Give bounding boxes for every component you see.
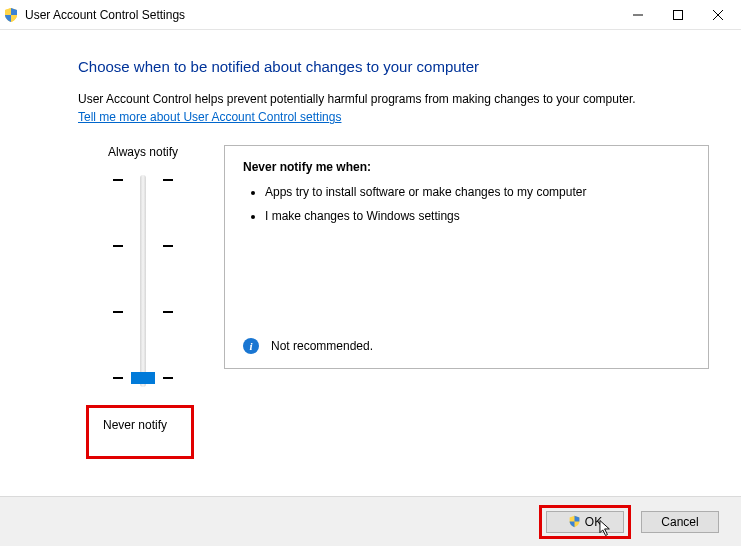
page-heading: Choose when to be notified about changes… bbox=[78, 58, 709, 75]
minimize-button[interactable] bbox=[618, 1, 658, 29]
detail-panel: Never notify me when: Apps try to instal… bbox=[224, 145, 709, 369]
shield-icon bbox=[3, 7, 19, 23]
panel-item: Apps try to install software or make cha… bbox=[265, 184, 690, 200]
shield-icon bbox=[568, 515, 581, 528]
learn-more-link[interactable]: Tell me more about User Account Control … bbox=[78, 110, 341, 124]
page-description: User Account Control helps prevent poten… bbox=[78, 91, 709, 107]
panel-title: Never notify me when: bbox=[243, 160, 690, 174]
slider-thumb[interactable] bbox=[131, 372, 155, 384]
highlight-never-notify: Never notify bbox=[86, 405, 194, 459]
close-button[interactable] bbox=[698, 1, 738, 29]
slider-bottom-label: Never notify bbox=[103, 418, 167, 432]
ok-button-label: OK bbox=[585, 515, 602, 529]
cancel-button-label: Cancel bbox=[661, 515, 698, 529]
ok-button[interactable]: OK bbox=[546, 511, 624, 533]
uac-slider[interactable] bbox=[113, 171, 173, 391]
highlight-ok-button: OK bbox=[539, 505, 631, 539]
info-icon: i bbox=[243, 338, 259, 354]
svg-rect-1 bbox=[674, 10, 683, 19]
titlebar: User Account Control Settings bbox=[0, 0, 741, 30]
footer: OK Cancel bbox=[0, 496, 741, 546]
slider-top-label: Always notify bbox=[108, 145, 178, 159]
recommendation-text: Not recommended. bbox=[271, 339, 373, 353]
window-title: User Account Control Settings bbox=[25, 8, 618, 22]
panel-item: I make changes to Windows settings bbox=[265, 208, 690, 224]
maximize-button[interactable] bbox=[658, 1, 698, 29]
cancel-button[interactable]: Cancel bbox=[641, 511, 719, 533]
